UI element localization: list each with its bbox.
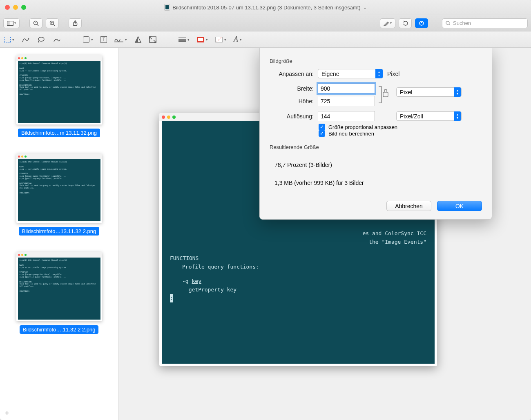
rotate-button[interactable] bbox=[399, 18, 412, 28]
width-label: Breite: bbox=[270, 85, 314, 92]
resulting-size-heading: Resultierende Größe bbox=[270, 144, 482, 150]
shapes-tool[interactable]: ▾ bbox=[83, 36, 93, 43]
thumbnail-image: sips(1) BSD General Commands Manual sips… bbox=[16, 153, 102, 223]
dialog-heading: Bildgröße bbox=[270, 58, 482, 64]
chevron-down-icon: ▾ bbox=[14, 21, 16, 25]
search-input[interactable]: Suchen bbox=[442, 18, 528, 28]
chevron-down-icon: ▾ bbox=[390, 21, 392, 25]
resolution-label: Auflösung: bbox=[270, 113, 314, 120]
fill-color-icon bbox=[215, 37, 223, 42]
cancel-button[interactable]: Abbrechen bbox=[386, 201, 431, 211]
shape-icon bbox=[83, 36, 89, 43]
share-button[interactable] bbox=[69, 18, 82, 28]
fit-into-select[interactable]: Eigene bbox=[318, 69, 383, 78]
thumbnail-image: sips(1) BSD General Commands Manual sips… bbox=[16, 55, 102, 124]
window: Bildschirmfoto 2018-05-07 um 13.11.32.pn… bbox=[0, 0, 531, 420]
adjust-color-tool[interactable] bbox=[134, 36, 142, 43]
svg-rect-0 bbox=[7, 21, 13, 25]
svg-line-20 bbox=[150, 37, 152, 39]
scale-proportionally-checkbox[interactable]: ✓ Größe proportional anpassen bbox=[319, 124, 482, 130]
image-size-dialog: Bildgröße Anpassen an: Eigene Pixel Brei… bbox=[259, 48, 492, 220]
window-title-text: Bildschirmfoto 2018-05-07 um 13.11.32.pn… bbox=[172, 4, 360, 11]
chevron-down-icon: ▾ bbox=[206, 38, 208, 42]
chevron-down-icon: ▾ bbox=[125, 38, 127, 42]
markup-toolbar: ▾ ▾ T ▾ ▾ ▾ ▾ A▾ bbox=[0, 31, 531, 48]
svg-line-21 bbox=[154, 40, 156, 42]
thumbnail-image: sips(1) BSD General Commands Manual sips… bbox=[16, 252, 102, 321]
stepper-icon bbox=[454, 111, 461, 121]
highlight-button[interactable]: ▾ bbox=[380, 18, 395, 28]
stroke-color-icon bbox=[197, 37, 204, 42]
sidebar-toggle-button[interactable]: ▾ bbox=[3, 18, 20, 28]
selection-tool[interactable]: ▾ bbox=[4, 37, 14, 42]
search-placeholder: Suchen bbox=[453, 20, 471, 26]
svg-line-6 bbox=[54, 24, 55, 26]
thumbnail-label: Bildschirmfoto…13.11.32 2.png bbox=[19, 227, 99, 236]
chevron-down-icon: ▾ bbox=[240, 38, 242, 42]
dimension-unit-select[interactable]: Pixel bbox=[396, 87, 462, 97]
traffic-lights bbox=[5, 5, 26, 10]
stepper-icon bbox=[454, 87, 461, 97]
height-label: Höhe: bbox=[270, 98, 314, 104]
svg-point-15 bbox=[38, 37, 44, 41]
line-style-icon bbox=[178, 38, 186, 42]
chevron-down-icon: ▾ bbox=[91, 38, 93, 42]
line-style-tool[interactable]: ▾ bbox=[178, 38, 190, 42]
height-input[interactable] bbox=[318, 96, 375, 106]
chevron-down-icon[interactable]: ⌄ bbox=[363, 5, 367, 10]
stepper-icon bbox=[375, 69, 383, 78]
lasso-tool[interactable] bbox=[37, 36, 45, 43]
markup-button[interactable] bbox=[415, 18, 428, 28]
main-toolbar: ▾ ▾ Suchen bbox=[0, 15, 531, 31]
stroke-color-tool[interactable]: ▾ bbox=[197, 37, 208, 42]
checkbox-checked-icon: ✓ bbox=[319, 130, 325, 137]
thumbnail[interactable]: sips(1) BSD General Commands Manual sips… bbox=[5, 55, 113, 137]
close-window-icon[interactable] bbox=[5, 5, 10, 10]
instant-alpha-tool[interactable] bbox=[22, 36, 30, 43]
text-tool[interactable]: T bbox=[100, 36, 107, 43]
titlebar: Bildschirmfoto 2018-05-07 um 13.11.32.pn… bbox=[0, 0, 531, 15]
fit-into-label: Anpassen an: bbox=[270, 71, 314, 77]
thumbnail[interactable]: sips(1) BSD General Commands Manual sips… bbox=[5, 252, 113, 334]
chevron-down-icon: ▾ bbox=[187, 38, 190, 42]
resample-image-checkbox[interactable]: ✓ Bild neu berechnen bbox=[319, 130, 482, 137]
thumbnail-label: Bildschirmfoto….11.32 2 2.png bbox=[20, 325, 99, 334]
svg-line-13 bbox=[449, 24, 450, 25]
fill-color-tool[interactable]: ▾ bbox=[215, 37, 226, 42]
fit-unit-label: Pixel bbox=[387, 71, 399, 77]
maximize-window-icon[interactable] bbox=[21, 5, 26, 10]
result-filesize: 1,3 MB (vorher 999 KB) für 3 Bilder bbox=[274, 177, 477, 189]
svg-point-14 bbox=[28, 38, 29, 39]
add-page-button[interactable]: + bbox=[5, 409, 9, 418]
zoom-out-button[interactable] bbox=[29, 18, 42, 28]
thumbnail-label: Bildschirmfoto…m 13.11.32.png bbox=[18, 129, 100, 137]
thumbnail-sidebar: sips(1) BSD General Commands Manual sips… bbox=[0, 48, 118, 420]
font-icon: A bbox=[234, 35, 238, 44]
svg-point-12 bbox=[446, 21, 449, 24]
ok-button[interactable]: OK bbox=[437, 201, 482, 211]
zoom-in-button[interactable] bbox=[46, 18, 59, 28]
sign-tool[interactable]: ▾ bbox=[114, 37, 127, 42]
chevron-down-icon: ▾ bbox=[224, 38, 226, 42]
minimize-window-icon[interactable] bbox=[13, 5, 18, 10]
text-icon: T bbox=[100, 36, 107, 43]
result-percent: 78,7 Prozent (3-Bilder) bbox=[274, 159, 477, 171]
content-area: sips(1) BSD General Commands Manual sips… bbox=[0, 48, 531, 420]
lock-aspect-icon[interactable] bbox=[376, 84, 392, 105]
chevron-down-icon: ▾ bbox=[12, 38, 14, 42]
document-icon bbox=[164, 4, 170, 11]
canvas-area: sips(1) es and ColorSync ICC the "Image … bbox=[118, 48, 531, 420]
width-input[interactable] bbox=[318, 83, 375, 93]
thumbnail[interactable]: sips(1) BSD General Commands Manual sips… bbox=[5, 153, 113, 236]
pen-tool[interactable] bbox=[53, 36, 61, 43]
resolution-unit-select[interactable]: Pixel/Zoll bbox=[396, 111, 462, 121]
adjust-size-tool[interactable] bbox=[149, 36, 156, 43]
font-style-tool[interactable]: A▾ bbox=[234, 35, 242, 44]
svg-rect-22 bbox=[383, 92, 388, 97]
resolution-input[interactable] bbox=[318, 111, 375, 121]
svg-line-3 bbox=[37, 24, 39, 26]
selection-icon bbox=[4, 37, 11, 42]
window-title: Bildschirmfoto 2018-05-07 um 13.11.32.pn… bbox=[0, 4, 531, 11]
checkbox-checked-icon: ✓ bbox=[319, 124, 325, 130]
